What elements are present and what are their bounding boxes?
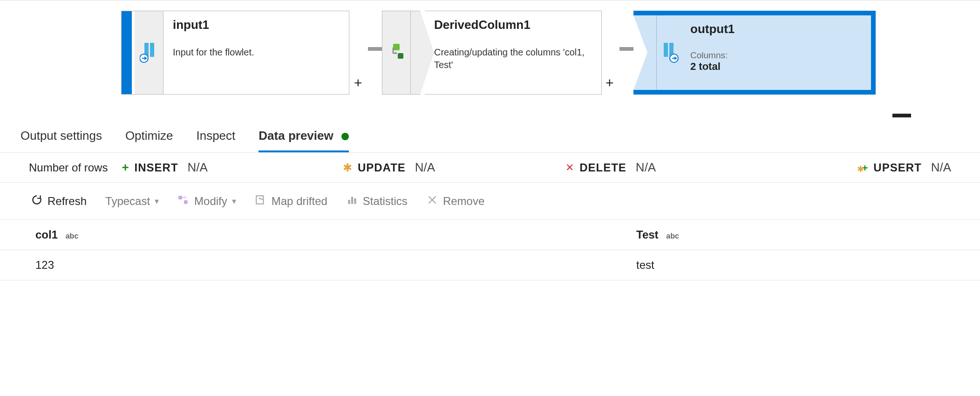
- btn-label: Map drifted: [272, 195, 327, 208]
- btn-label: Refresh: [48, 195, 87, 208]
- upsert-label: UPSERT: [873, 161, 921, 174]
- upsert-value: N/A: [931, 160, 951, 175]
- flow-canvas: input1 Input for the flowlet. +: [0, 0, 980, 116]
- chevron-down-icon: ▾: [155, 196, 159, 206]
- btn-label: Remove: [443, 195, 484, 208]
- upsert-icon: ✱+: [858, 161, 868, 174]
- preview-toolbar: Refresh Typecast ▾ Modify ▾ Map drifted …: [0, 183, 980, 220]
- svg-rect-13: [354, 198, 356, 204]
- btn-label: Typecast: [105, 195, 150, 208]
- flow-node-input[interactable]: input1 Input for the flowlet.: [121, 11, 349, 95]
- tabs-row: Output settings Optimize Inspect Data pr…: [0, 116, 980, 153]
- cell: test: [636, 259, 945, 272]
- output-columns-label: Columns:: [690, 50, 735, 61]
- btn-label: Statistics: [363, 195, 408, 208]
- output-icon: [657, 15, 684, 90]
- insert-label: INSERT: [135, 161, 178, 174]
- row-stats-bar: Number of rows + INSERT N/A ✱ UPDATE N/A…: [0, 153, 980, 183]
- svg-rect-10: [256, 196, 263, 204]
- map-drifted-button[interactable]: Map drifted: [255, 194, 327, 209]
- node-desc: Input for the flowlet.: [173, 46, 254, 59]
- delete-value: N/A: [636, 160, 656, 175]
- map-drifted-icon: [255, 194, 267, 209]
- svg-rect-5: [664, 43, 668, 57]
- tab-label: Data preview: [259, 129, 333, 143]
- svg-rect-4: [398, 53, 403, 59]
- node-desc: Creating/updating the columns 'col1, Tes…: [434, 46, 592, 71]
- plus-icon: +: [122, 160, 129, 175]
- remove-icon: [426, 194, 438, 209]
- svg-rect-3: [393, 44, 400, 50]
- insert-value: N/A: [188, 160, 208, 175]
- tab-data-preview[interactable]: Data preview: [259, 129, 349, 152]
- statistics-icon: [346, 194, 358, 209]
- svg-rect-12: [351, 197, 353, 204]
- statistics-button[interactable]: Statistics: [346, 194, 408, 209]
- tab-output-settings[interactable]: Output settings: [20, 129, 102, 152]
- add-after-derived[interactable]: +: [606, 75, 614, 91]
- cell: 123: [35, 259, 636, 272]
- update-label: UPDATE: [358, 161, 406, 174]
- add-after-input[interactable]: +: [354, 75, 362, 91]
- col-name: col1: [35, 228, 58, 241]
- typecast-button[interactable]: Typecast ▾: [105, 195, 159, 208]
- flow-node-output[interactable]: output1 Columns: 2 total: [633, 11, 876, 95]
- tab-inspect[interactable]: Inspect: [196, 129, 235, 152]
- col-name: Test: [636, 228, 659, 241]
- remove-button[interactable]: Remove: [426, 194, 484, 209]
- chevron-down-icon: ▾: [232, 196, 236, 206]
- svg-rect-1: [150, 43, 154, 57]
- svg-rect-9: [184, 200, 188, 204]
- refresh-icon: [31, 194, 43, 209]
- node-title: DerivedColumn1: [434, 18, 592, 32]
- delete-label: DELETE: [579, 161, 626, 174]
- tab-optimize[interactable]: Optimize: [125, 129, 173, 152]
- col-type: abc: [666, 232, 679, 240]
- modify-icon: [177, 194, 190, 209]
- svg-rect-11: [348, 200, 350, 204]
- data-preview-table: col1 abc Test abc 123 test: [0, 220, 980, 280]
- btn-label: Modify: [194, 195, 227, 208]
- table-header-row: col1 abc Test abc: [0, 220, 980, 250]
- connector: [368, 47, 382, 51]
- svg-rect-8: [178, 196, 182, 199]
- input-icon: [135, 11, 163, 94]
- star-icon: ✱: [343, 161, 352, 174]
- connector: [619, 47, 633, 51]
- col-type: abc: [66, 232, 79, 240]
- derived-column-icon: [388, 43, 405, 62]
- x-icon: ✕: [565, 162, 574, 174]
- flow-node-derived[interactable]: DerivedColumn1 Creating/updating the col…: [425, 11, 602, 95]
- column-header-test[interactable]: Test abc: [636, 228, 945, 241]
- refresh-button[interactable]: Refresh: [31, 194, 87, 209]
- rows-label: Number of rows: [29, 161, 108, 174]
- modify-button[interactable]: Modify ▾: [177, 194, 236, 209]
- column-header-col1[interactable]: col1 abc: [35, 228, 636, 241]
- update-value: N/A: [415, 160, 435, 175]
- node-title: input1: [173, 18, 254, 32]
- output-columns-value: 2 total: [690, 61, 735, 73]
- node-title: output1: [690, 22, 735, 36]
- table-row[interactable]: 123 test: [0, 250, 980, 280]
- panel-resize-grip[interactable]: [892, 114, 911, 117]
- status-dot-icon: [341, 133, 349, 140]
